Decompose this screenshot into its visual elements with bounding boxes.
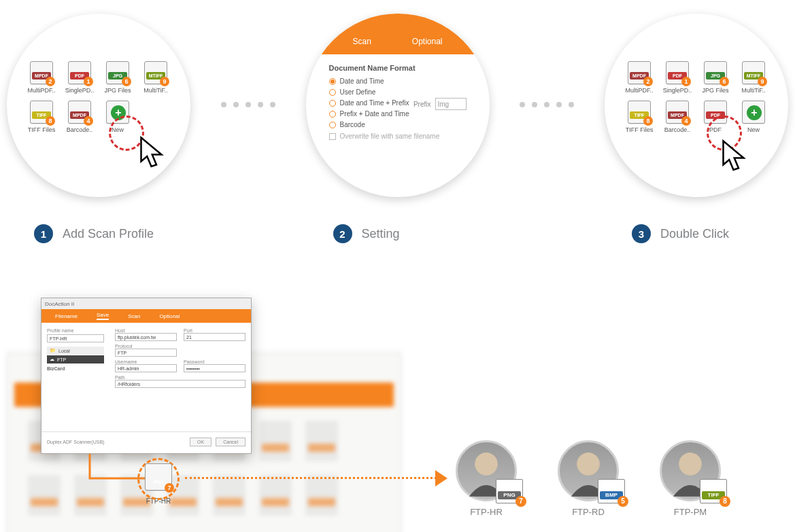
profile-item[interactable]: PDF1SinglePD.. [63,61,97,94]
profile-item[interactable]: MTIFF9MultiTiF.. [139,61,173,94]
prefix-input[interactable] [435,98,467,110]
checkbox-icon[interactable] [329,133,336,140]
file-type-icon[interactable]: MTIFF9 [144,61,167,84]
profile-item[interactable]: MPDF2MultiPDF.. [24,61,58,94]
tab-optional[interactable]: Optional [412,37,443,46]
dialog-titlebar: DocAction II [41,298,251,309]
prefix-label: Prefix [413,101,431,108]
step-number-badge: 3 [632,224,651,243]
port-input[interactable]: 21 [184,333,246,341]
add-new-profile-icon[interactable]: + [742,101,765,124]
count-badge: 8 [643,116,653,126]
prefix-field: Prefix [413,98,467,110]
png-node-label: FTP-HR [143,497,174,505]
profile-item[interactable]: +New [101,101,135,133]
path-input[interactable]: /HRfolders [115,380,246,388]
step1-profile-grid: MPDF2MultiPDF..PDF1SinglePD..JPG6JPG Fil… [7,14,190,133]
count-badge: 1 [84,77,93,86]
radio-option[interactable]: Prefix + Date and Time [329,110,467,118]
password-input[interactable]: •••••••• [184,364,246,372]
file-type-icon[interactable]: MPDF4 [666,101,689,124]
png-file-icon[interactable]: PNG 7 [145,463,172,491]
png-profile-node: PNG 7 FTP-HR [143,461,174,505]
svg-point-1 [577,453,600,476]
file-type-icon[interactable]: JPG6 [106,61,129,84]
overwrite-label: Overwrite file with same filename [340,132,440,140]
step-number-badge: 2 [333,224,352,243]
profile-item[interactable]: JPG6JPG Files [698,61,732,94]
profile-label: MultiTiF.. [741,87,766,94]
add-new-profile-icon[interactable]: + [106,101,129,124]
profile-item[interactable]: MTIFF9MultiTiF.. [737,61,771,94]
dialog-body: Profile name FTP-HR 📁Local ☁FTP BizCard … [41,323,251,431]
file-type-icon[interactable]: PDF1 [666,61,689,84]
profile-label: MultiTiF.. [143,87,168,94]
profile-item[interactable]: TIFF8TIFF Files [24,101,58,133]
host-input[interactable]: ftp.plustek.com.tw [115,333,177,341]
tab-scan[interactable]: Scan [352,37,371,46]
nav-bizcard[interactable]: BizCard [47,366,65,371]
profile-item[interactable]: MPDF4Barcode.. [63,101,97,133]
step-label-text: Setting [362,227,400,241]
step-number-badge: 1 [34,224,53,243]
radio-icon[interactable] [329,122,336,128]
profile-item[interactable]: JPG6JPG Files [101,61,135,94]
file-type-icon[interactable]: MPDF2 [628,61,651,84]
profile-label: JPG Files [104,87,131,94]
radio-icon[interactable] [329,78,336,85]
profile-item[interactable]: TIFF8TIFF Files [622,101,656,133]
folder-icon: 📁 [50,348,56,353]
profile-label: JPG Files [702,87,728,94]
cursor-icon [722,139,749,173]
person-item: PNG7FTP-HR [456,440,517,517]
file-type-icon[interactable]: PDF1 [68,61,91,84]
radio-icon[interactable] [329,100,336,107]
radio-icon[interactable] [329,89,336,96]
nav-local[interactable]: 📁Local [47,347,104,355]
profile-name-input[interactable]: FTP-HR [47,334,104,342]
protocol-select[interactable]: FTP [115,349,177,357]
dialog-tab-optional[interactable]: Optional [159,313,180,319]
profile-item[interactable]: MPDF4Barcode.. [660,101,694,133]
steps-row: MPDF2MultiPDF..PDF1SinglePD..JPG6JPG Fil… [7,14,788,243]
cancel-button[interactable]: Cancel [216,438,246,446]
profile-item[interactable]: +New [737,101,771,133]
password-label: Password [184,359,246,364]
overwrite-checkbox-row[interactable]: Overwrite file with same filename [329,132,467,140]
scanner-label: Duplex ADF Scanner(USB) [47,440,104,444]
radio-icon[interactable] [329,111,336,118]
username-input[interactable]: HR-admin [115,364,177,372]
profile-item[interactable]: PDFPDF [698,101,732,133]
radio-label: Barcode [340,121,365,128]
count-badge: 8 [720,496,730,507]
file-type-icon[interactable]: JPG6 [704,61,727,84]
radio-option[interactable]: User Define [329,88,467,96]
dotted-arrow-icon [185,477,437,479]
file-type-icon[interactable]: MPDF4 [68,101,91,124]
nav-ftp[interactable]: ☁FTP [47,355,104,363]
step-3-label: 3 Double Click [632,224,729,243]
step-2-label: 2 Setting [333,224,400,243]
profile-label: MultiPDF.. [625,87,653,94]
radio-option[interactable]: Barcode [329,121,467,128]
step-2-circle: Scan Optional Document Name Format Date … [306,14,490,197]
count-badge: 2 [643,77,653,86]
profile-label: TIFF Files [28,126,56,133]
file-type-icon[interactable]: TIFF8 [628,101,651,124]
dialog-tab-save[interactable]: Save [97,312,109,320]
path-label: Path [115,375,246,380]
radio-label: Prefix + Date and Time [340,110,409,118]
profile-item[interactable]: PDF1SinglePD.. [660,61,694,94]
profile-label: Barcode.. [664,126,691,133]
ok-button[interactable]: OK [190,438,212,446]
count-badge: 6 [720,77,729,86]
file-type-icon[interactable]: PDF [704,101,727,124]
file-type-icon[interactable]: MTIFF9 [742,61,765,84]
dialog-tab-scan[interactable]: Scan [128,313,140,319]
profile-label: New [747,126,760,133]
file-type-icon[interactable]: MPDF2 [30,61,53,84]
dialog-tab-filename[interactable]: Filename [55,313,78,319]
radio-option[interactable]: Date and Time [329,77,467,85]
profile-item[interactable]: MPDF2MultiPDF.. [622,61,656,94]
file-type-icon[interactable]: TIFF8 [30,101,53,124]
